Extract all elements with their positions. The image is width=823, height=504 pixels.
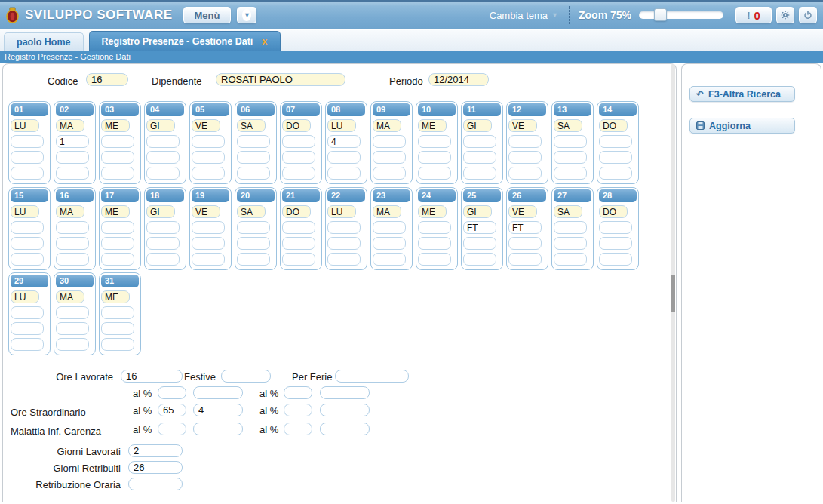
day-value-input-2[interactable] [237,237,270,250]
ore-lavorate-input[interactable] [121,370,183,383]
day-value-input-2[interactable] [327,151,361,164]
day-value-input-2[interactable] [56,322,89,335]
day-value-input-3[interactable] [146,253,180,266]
day-dow-input[interactable] [56,290,84,303]
day-value-input-2[interactable] [101,237,134,250]
day-value-input-3[interactable] [554,167,587,180]
pct1-left-pct-input[interactable] [158,386,186,399]
festive-input[interactable] [221,370,271,383]
day-value-input-3[interactable] [146,167,180,180]
day-value-input-2[interactable] [56,237,89,250]
day-dow-input[interactable] [463,205,492,218]
change-theme-link[interactable]: Cambia tema ▼ [490,10,558,21]
day-value-input-3[interactable] [327,253,361,266]
day-value-input-1[interactable] [554,221,587,234]
pct1-left-val-input[interactable] [193,386,243,399]
day-value-input-1[interactable] [101,306,134,319]
day-value-input-1[interactable] [56,306,89,319]
day-value-input-3[interactable] [11,253,44,266]
day-value-input-3[interactable] [418,253,451,266]
day-value-input-2[interactable] [463,151,496,164]
day-value-input-2[interactable] [282,151,315,164]
day-value-input-2[interactable] [101,151,134,164]
day-value-input-3[interactable] [56,253,89,266]
day-value-input-3[interactable] [508,253,542,266]
day-dow-input[interactable] [508,205,537,218]
day-dow-input[interactable] [599,205,628,218]
day-value-input-3[interactable] [101,338,134,351]
day-value-input-3[interactable] [192,167,225,180]
dipendente-input[interactable] [216,73,345,86]
codice-input[interactable] [86,73,128,86]
malattia-val2-input[interactable] [320,423,370,435]
zoom-slider-handle[interactable] [654,8,667,21]
menu-button[interactable]: Menù [183,7,232,23]
day-value-input-2[interactable] [11,151,44,164]
day-value-input-1[interactable] [56,221,89,234]
day-dow-input[interactable] [237,205,266,218]
day-value-input-3[interactable] [373,253,406,266]
day-value-input-1[interactable] [599,135,632,148]
day-value-input-2[interactable] [373,237,406,250]
vertical-scrollbar[interactable] [671,64,675,502]
day-value-input-3[interactable] [463,167,496,180]
day-dow-input[interactable] [56,205,84,218]
day-value-input-1[interactable] [373,221,406,234]
day-value-input-3[interactable] [554,253,587,266]
day-value-input-3[interactable] [11,167,44,180]
day-value-input-2[interactable] [418,151,451,164]
day-value-input-3[interactable] [56,167,89,180]
day-dow-input[interactable] [463,119,492,132]
malattia-val-input[interactable] [193,423,243,435]
day-value-input-1[interactable] [508,135,542,148]
day-value-input-2[interactable] [11,237,44,250]
day-value-input-3[interactable] [418,167,451,180]
day-dow-input[interactable] [101,205,130,218]
day-value-input-1[interactable] [146,135,180,148]
day-dow-input[interactable] [237,119,266,132]
giorni-lavorati-input[interactable] [128,444,183,457]
day-value-input-2[interactable] [599,237,632,250]
day-value-input-1[interactable] [56,135,89,148]
close-icon[interactable]: x [262,35,267,47]
day-value-input-1[interactable] [418,135,451,148]
day-value-input-2[interactable] [373,151,406,164]
day-value-input-1[interactable] [554,135,587,148]
day-dow-input[interactable] [146,119,175,132]
retribuzione-oraria-input[interactable] [128,478,183,490]
day-value-input-3[interactable] [282,167,315,180]
periodo-input[interactable] [428,73,489,86]
day-dow-input[interactable] [192,205,220,218]
day-value-input-1[interactable] [237,221,270,234]
aggiorna-button[interactable]: Aggiorna [689,118,795,134]
day-value-input-3[interactable] [56,338,89,351]
day-dow-input[interactable] [101,290,130,303]
day-value-input-3[interactable] [373,167,406,180]
day-dow-input[interactable] [599,119,628,132]
day-value-input-3[interactable] [327,167,361,180]
day-dow-input[interactable] [327,119,356,132]
day-value-input-1[interactable] [101,135,134,148]
day-value-input-1[interactable] [192,135,225,148]
day-value-input-2[interactable] [599,151,632,164]
scrollbar-thumb[interactable] [671,275,675,312]
day-dow-input[interactable] [56,119,84,132]
day-dow-input[interactable] [418,205,447,218]
straordinario-pct2-input[interactable] [284,404,312,416]
day-dow-input[interactable] [554,205,582,218]
day-value-input-1[interactable] [11,135,44,148]
day-value-input-2[interactable] [237,151,270,164]
day-value-input-1[interactable] [192,221,225,234]
day-dow-input[interactable] [554,119,582,132]
day-value-input-2[interactable] [192,151,225,164]
day-value-input-2[interactable] [282,237,315,250]
pct1-right-pct-input[interactable] [284,386,312,399]
day-value-input-3[interactable] [101,253,134,266]
day-value-input-2[interactable] [146,151,180,164]
day-value-input-2[interactable] [554,237,587,250]
day-value-input-3[interactable] [463,253,496,266]
tab-paolo-home[interactable]: paolo Home [4,32,84,51]
day-value-input-3[interactable] [237,253,270,266]
giorni-retribuiti-input[interactable] [128,461,183,474]
day-dow-input[interactable] [11,290,39,303]
